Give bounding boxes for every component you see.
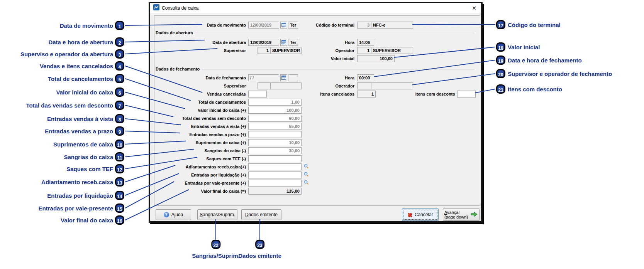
callout-9: Entradas vendas a prazo9	[0, 125, 124, 137]
supervisor-fechamento-label: Supervisor	[154, 82, 246, 89]
total-vendas-sem-desconto-field[interactable]: 60,00	[248, 115, 302, 122]
entradas-prazo-field[interactable]	[248, 131, 302, 138]
callout-badge: 23	[255, 240, 264, 249]
callout-badge: 21	[496, 84, 505, 94]
magnifier-icon	[304, 164, 309, 170]
search-button[interactable]	[304, 163, 309, 170]
ajuda-button[interactable]: ? Ajuda	[156, 209, 191, 220]
group-rule	[195, 33, 475, 33]
callout-20: 20Supervisor e operador de fechamento	[496, 68, 612, 79]
group-dados-fechamento: Dados de fechamento	[156, 66, 475, 72]
entradas-vista-field[interactable]: 55,00	[248, 123, 302, 130]
row-supervisor-fechamento: Supervisor Operador	[150, 82, 482, 89]
hora-abertura-label: Hora	[297, 39, 354, 46]
vendas-canceladas-field[interactable]	[248, 91, 267, 98]
callout-badge: 5	[115, 74, 124, 83]
operador-fechamento-name-field[interactable]	[371, 82, 413, 89]
operador-abertura-label: Operador	[297, 47, 354, 54]
valor-inicial-caixa-field[interactable]: 100,00	[248, 107, 302, 114]
callout-4: Vendas e itens cancelados4	[0, 60, 124, 72]
cancelar-button[interactable]: ✖ Cancelar	[402, 208, 439, 221]
codigo-terminal-name-field[interactable]: NFC-e	[371, 22, 413, 29]
callout-badge: 7	[115, 101, 124, 110]
supervisor-abertura-code-field[interactable]: 1	[258, 47, 271, 54]
operador-abertura-name-field[interactable]: SUPERVISOR	[371, 47, 413, 54]
row-valor-inicial-abertura: Valor inicial 100,00	[150, 55, 482, 62]
valor-final-field[interactable]: 135,00	[248, 188, 302, 195]
adiantamentos-field[interactable]	[248, 163, 302, 170]
operador-fechamento-label: Operador	[297, 82, 354, 89]
row-data-movimento: Data de movimento 12/03/2019 Ter Código …	[150, 22, 482, 29]
field-label: Entradas vendas a prazo (+)	[154, 131, 246, 138]
callout-badge: 6	[115, 87, 124, 97]
sangrias-suprim-button[interactable]: Sangrias/Suprim.	[197, 209, 237, 220]
callout-badge: 10	[115, 140, 124, 149]
hora-fechamento-field[interactable]: 00:00	[357, 74, 374, 81]
entradas-vale-presente-field[interactable]	[248, 180, 302, 187]
callout-21: 21Itens com desconto	[496, 83, 562, 95]
callout-16: Valor final do caixa16	[0, 214, 124, 226]
callout-badge: 3	[115, 49, 124, 59]
row-suprimentos: Suprimentos de caixa (+) 10,00	[150, 139, 482, 146]
row-valor-inicial-caixa: Valor inicial do caixa (+) 100,00	[150, 107, 482, 114]
valor-inicial-field[interactable]: 100,00	[357, 55, 395, 62]
callout-label: Valor inicial	[508, 44, 540, 50]
callout-label: Entradas por liquidação	[47, 192, 113, 199]
suprimentos-field[interactable]: 10,00	[248, 139, 302, 146]
callout-17: 17Código do terminal	[496, 19, 561, 30]
callout-14: Entradas por liquidação14	[0, 190, 124, 201]
itens-com-desconto-field[interactable]	[457, 91, 476, 98]
row-total-vendas-sem-desconto: Total das vendas sem desconto 60,00	[150, 115, 482, 122]
entradas-liquidacao-field[interactable]	[248, 171, 302, 178]
magnifier-icon	[304, 180, 309, 186]
field-label: Entradas vendas à vista (+)	[154, 123, 246, 130]
itens-cancelados-label: Itens cancelados	[297, 91, 354, 98]
group-dados-abertura: Dados de abertura	[156, 30, 475, 35]
field-label: Valor final do caixa (=)	[154, 188, 246, 195]
screenshot-canvas: { "colors": { "callout_blue": "#15338f",…	[0, 0, 644, 269]
callout-label: Vendas e itens cancelados	[40, 63, 113, 69]
callout-label: Supervisor e operador de fechamento	[508, 71, 612, 77]
callout-badge: 15	[115, 203, 124, 213]
operador-abertura-code-field[interactable]: 1	[357, 47, 371, 54]
calendar-button[interactable]	[280, 22, 287, 29]
codigo-terminal-label: Código do terminal	[297, 22, 354, 29]
callout-3: Superviso e operador da abertura3	[0, 48, 124, 60]
data-abertura-field[interactable]: 12/03/2019	[248, 39, 279, 46]
row-entradas-vale-presente: Entradas por vale-presente (+)	[150, 180, 482, 187]
supervisor-fechamento-code-field[interactable]	[258, 82, 271, 89]
search-button[interactable]	[304, 180, 309, 186]
title-bar[interactable]: Consulta de caixa ✕	[150, 3, 481, 13]
callout-badge: 18	[496, 42, 505, 52]
callout-label: Saques com TEF	[66, 166, 113, 172]
field-label: Sangrias do caixa (-)	[154, 147, 246, 154]
data-fechamento-label: Data de fechamento	[154, 74, 246, 81]
calendar-button[interactable]	[280, 39, 287, 46]
total-cancelamentos-field[interactable]: 1,00	[248, 99, 302, 106]
calendar-icon	[281, 22, 286, 28]
close-icon[interactable]: ✕	[470, 5, 478, 11]
callout-badge: 2	[115, 37, 124, 47]
codigo-terminal-code-field[interactable]: 3	[357, 22, 371, 29]
callout-19: 19Data e hora de fechamento	[496, 54, 582, 66]
data-fechamento-field[interactable]: / /	[248, 74, 279, 81]
hora-fechamento-label: Hora	[297, 74, 354, 81]
itens-cancelados-field[interactable]: 1	[357, 91, 376, 98]
dados-emitente-button[interactable]: Dados emitente	[241, 209, 281, 220]
avancar-button[interactable]: Avançar (page down)	[443, 208, 480, 221]
calendar-button[interactable]	[280, 74, 287, 81]
search-button[interactable]	[304, 171, 309, 178]
help-icon: ?	[164, 212, 169, 217]
callout-badge: 16	[115, 215, 124, 225]
data-movimento-field[interactable]: 12/03/2019	[248, 22, 279, 29]
row-valor-final: Valor final do caixa (=) 135,00	[150, 188, 482, 195]
saques-tef-field[interactable]	[248, 155, 302, 162]
operador-fechamento-code-field[interactable]	[357, 82, 371, 89]
field-label: Total de cancelamentos	[154, 99, 246, 106]
window-title: Consulta de caixa	[162, 5, 198, 11]
row-sangrias: Sangrias do caixa (-) 30,00	[150, 147, 482, 154]
row-vendas-canceladas: Vendas canceladas Itens cancelados 1 Ite…	[150, 91, 482, 98]
sangrias-field[interactable]: 30,00	[248, 147, 302, 154]
hora-abertura-field[interactable]: 14:06	[357, 39, 374, 46]
data-abertura-label: Data de abertura	[154, 39, 246, 46]
